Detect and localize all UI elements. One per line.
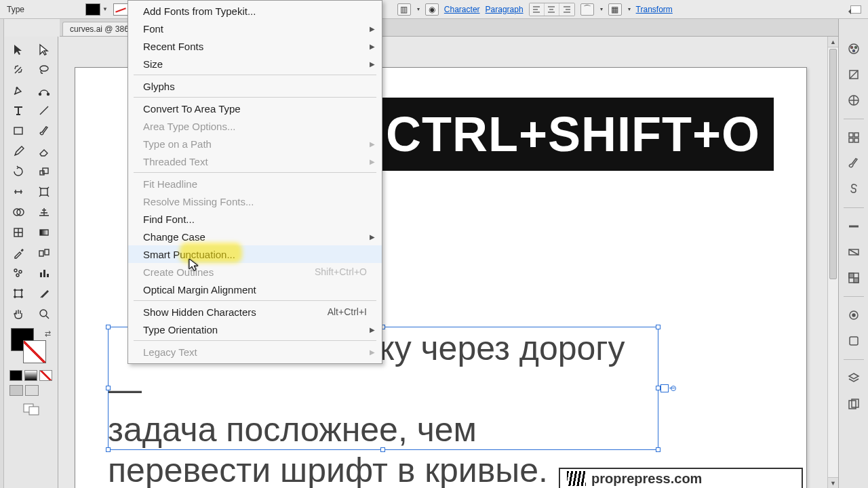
menu-item[interactable]: Glyphs	[128, 77, 382, 95]
column-graph-tool[interactable]	[33, 264, 56, 282]
graphic-styles-panel-icon[interactable]	[844, 331, 863, 350]
menu-item-label: Optical Margin Alignment	[143, 284, 256, 296]
menu-item[interactable]: Smart Punctuation...	[128, 245, 382, 263]
globe-button[interactable]: ◉	[425, 3, 439, 16]
color-mode-solid[interactable]	[9, 370, 22, 381]
paragraph-panel-link[interactable]: Paragraph	[486, 5, 524, 14]
mesh-tool[interactable]	[7, 224, 30, 241]
envelope-button[interactable]: ▥	[397, 3, 411, 16]
draw-mode-control[interactable]	[7, 401, 55, 418]
scroll-thumb[interactable]	[829, 49, 837, 279]
menu-item[interactable]: Font▶	[128, 20, 382, 37]
options-flyout-icon[interactable]	[850, 5, 861, 14]
svg-rect-29	[854, 138, 859, 142]
blend-tool[interactable]	[33, 244, 56, 262]
artboard-tool[interactable]	[7, 285, 30, 302]
text-thread-outport[interactable]	[660, 384, 669, 392]
layers-panel-icon[interactable]	[844, 369, 863, 388]
selection-tool[interactable]	[7, 41, 30, 58]
svg-point-2	[39, 94, 41, 96]
align-right-button[interactable]	[559, 3, 574, 16]
color-guide-panel-icon[interactable]	[844, 65, 863, 84]
menu-item: Resolve Missing Fonts...	[128, 192, 382, 210]
screen-mode-full[interactable]	[25, 385, 39, 396]
perspective-grid-tool[interactable]	[33, 203, 56, 221]
color-panel-icon[interactable]	[844, 39, 863, 58]
scale-tool[interactable]	[33, 163, 56, 180]
stroke-box[interactable]	[23, 340, 46, 363]
menu-item[interactable]: Show Hidden CharactersAlt+Ctrl+I	[128, 303, 382, 321]
shape-builder-tool[interactable]	[7, 203, 30, 221]
menu-item[interactable]: Change Case▶	[128, 228, 382, 245]
svg-point-35	[852, 314, 855, 317]
symbol-sprayer-tool[interactable]	[7, 264, 30, 282]
resize-handle[interactable]	[380, 447, 385, 452]
menu-item-label: Show Hidden Characters	[143, 306, 256, 318]
rotate-tool[interactable]	[7, 163, 30, 180]
distort-button[interactable]: ⌒	[580, 3, 594, 16]
zoom-tool[interactable]	[33, 305, 56, 323]
menu-item-label: Font	[143, 23, 163, 35]
brushes-panel-icon[interactable]	[844, 154, 863, 173]
transparency-panel-icon[interactable]	[844, 268, 863, 287]
width-tool[interactable]	[7, 183, 30, 201]
resize-handle[interactable]	[106, 386, 111, 390]
appearance-panel-icon[interactable]	[844, 306, 863, 325]
lasso-tool[interactable]	[33, 61, 56, 79]
fill-swatch[interactable]	[85, 3, 100, 16]
gradient-panel-icon[interactable]	[844, 243, 863, 262]
scroll-up-arrow[interactable]: ▲	[828, 37, 838, 47]
vertical-scrollbar[interactable]: ▲ ▼	[827, 37, 838, 488]
character-panel-link[interactable]: Character	[444, 5, 480, 14]
fill-swatch-control[interactable]: ▼	[85, 3, 108, 16]
hand-tool[interactable]	[7, 305, 30, 323]
resize-handle[interactable]	[656, 325, 660, 329]
slice-tool[interactable]	[33, 285, 56, 302]
resize-handle[interactable]	[106, 325, 111, 329]
rectangle-tool[interactable]	[7, 122, 30, 140]
resize-handle[interactable]	[656, 447, 660, 452]
symbols-panel-icon[interactable]	[844, 180, 863, 199]
align-center-button[interactable]	[545, 3, 559, 16]
stroke-panel-icon[interactable]	[844, 217, 863, 236]
free-transform-tool[interactable]	[33, 183, 56, 201]
paintbrush-tool[interactable]	[33, 122, 56, 140]
line-segment-tool[interactable]	[33, 102, 56, 119]
recolor-panel-icon[interactable]	[844, 91, 863, 110]
menu-item[interactable]: Recent Fonts▶	[128, 37, 382, 55]
menu-item[interactable]: Type Orientation▶	[128, 321, 382, 338]
eyedropper-tool[interactable]	[7, 244, 30, 262]
menu-item[interactable]: Find Font...	[128, 210, 382, 228]
fill-stroke-control[interactable]: ⇄	[7, 328, 55, 369]
menu-item[interactable]: Optical Margin Alignment	[128, 281, 382, 298]
swatches-panel-icon[interactable]	[844, 128, 863, 147]
menu-separator	[134, 340, 376, 341]
artboards-panel-icon[interactable]	[844, 394, 863, 413]
menu-separator	[134, 172, 376, 173]
menu-item[interactable]: Add Fonts from Typekit...	[128, 2, 382, 20]
screen-mode-normal[interactable]	[9, 385, 23, 396]
document-tab[interactable]: curves.ai @ 386	[62, 22, 136, 36]
curvature-tool[interactable]	[33, 81, 56, 99]
type-menu-dropdown: Add Fonts from Typekit...Font▶Recent Fon…	[127, 0, 382, 364]
grid-options-button[interactable]: ▦	[608, 3, 622, 16]
direct-selection-tool[interactable]	[33, 41, 56, 58]
color-mode-gradient[interactable]	[24, 370, 37, 381]
pencil-tool[interactable]	[7, 142, 30, 160]
gradient-tool[interactable]	[33, 224, 56, 241]
menu-item-shortcut: Shift+Ctrl+O	[315, 266, 367, 277]
swap-fill-stroke-icon[interactable]: ⇄	[45, 329, 51, 338]
stroke-swatch[interactable]	[113, 3, 128, 16]
eraser-tool[interactable]	[33, 142, 56, 160]
color-mode-none[interactable]	[39, 370, 52, 381]
pen-tool[interactable]	[7, 81, 30, 99]
scroll-down-arrow[interactable]: ▼	[828, 477, 838, 488]
magic-wand-tool[interactable]	[7, 61, 30, 79]
menu-item[interactable]: Size▶	[128, 55, 382, 73]
transform-panel-link[interactable]: Transform	[636, 5, 673, 14]
align-left-button[interactable]	[530, 3, 545, 16]
type-tool[interactable]	[7, 102, 30, 119]
menu-item[interactable]: Convert To Area Type	[128, 100, 382, 117]
resize-handle[interactable]	[106, 447, 111, 452]
resize-handle[interactable]	[656, 386, 660, 390]
